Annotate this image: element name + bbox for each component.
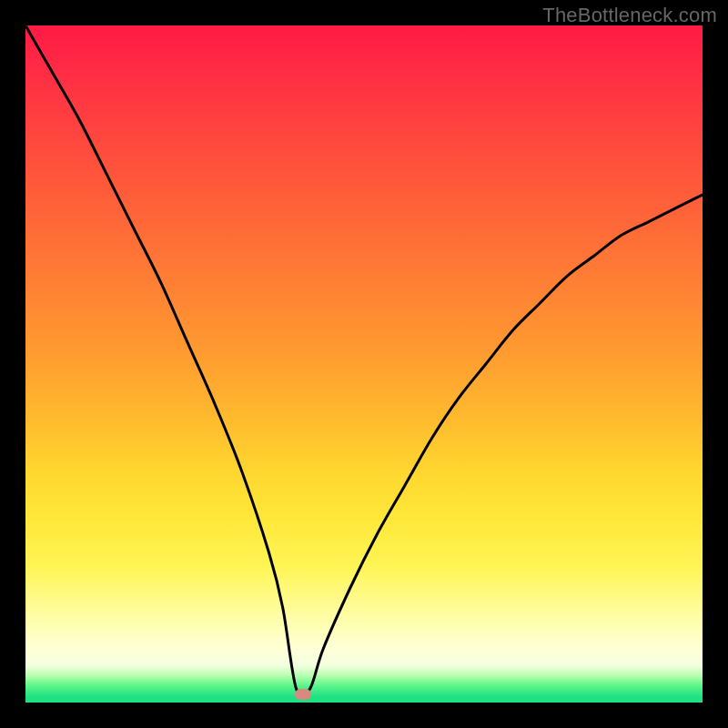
bottleneck-curve — [25, 25, 703, 703]
optimal-point-marker — [295, 689, 311, 700]
watermark-text: TheBottleneck.com — [542, 4, 717, 27]
plot-area — [25, 25, 703, 703]
curve-path — [25, 25, 703, 697]
chart-frame: TheBottleneck.com — [0, 0, 728, 728]
